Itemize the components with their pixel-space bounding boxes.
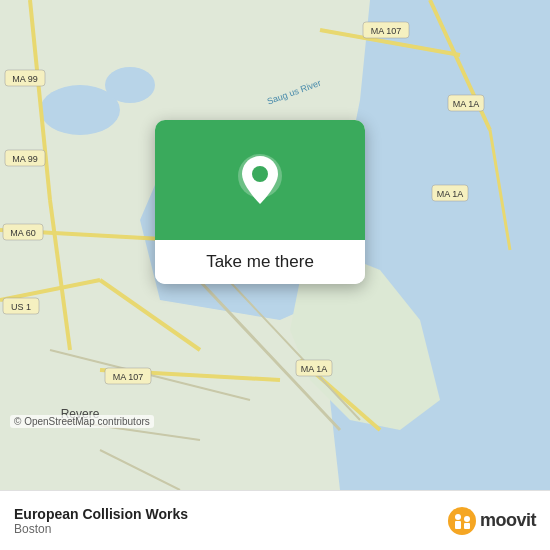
svg-text:US 1: US 1 <box>11 302 31 312</box>
svg-text:MA 107: MA 107 <box>371 26 402 36</box>
moovit-icon <box>448 507 476 535</box>
overlay-card: Take me there <box>155 120 365 284</box>
svg-text:MA 1A: MA 1A <box>301 364 328 374</box>
svg-text:MA 60: MA 60 <box>10 228 36 238</box>
svg-rect-48 <box>464 523 470 529</box>
app-logo: moovit <box>448 507 536 535</box>
svg-point-5 <box>105 67 155 103</box>
copyright-notice: © OpenStreetMap contributors <box>10 415 154 428</box>
location-pin-icon <box>238 154 282 206</box>
svg-point-44 <box>448 507 476 535</box>
place-name: European Collision Works <box>14 506 188 522</box>
svg-text:MA 99: MA 99 <box>12 154 38 164</box>
svg-rect-46 <box>455 521 461 529</box>
take-me-there-button[interactable]: Take me there <box>155 240 365 284</box>
svg-text:MA 99: MA 99 <box>12 74 38 84</box>
svg-point-43 <box>252 166 268 182</box>
svg-text:MA 107: MA 107 <box>113 372 144 382</box>
svg-text:MA 1A: MA 1A <box>453 99 480 109</box>
bottom-bar: European Collision Works Boston moovit <box>0 490 550 550</box>
place-city: Boston <box>14 522 188 536</box>
svg-text:MA 1A: MA 1A <box>437 189 464 199</box>
moovit-logo-text: moovit <box>480 510 536 531</box>
place-info: European Collision Works Boston <box>14 506 188 536</box>
svg-point-45 <box>455 514 461 520</box>
card-map-area <box>155 120 365 240</box>
svg-point-47 <box>464 516 470 522</box>
map-container: MA 107 MA 1A MA 99 MA 99 MA 60 US 1 MA 1… <box>0 0 550 490</box>
